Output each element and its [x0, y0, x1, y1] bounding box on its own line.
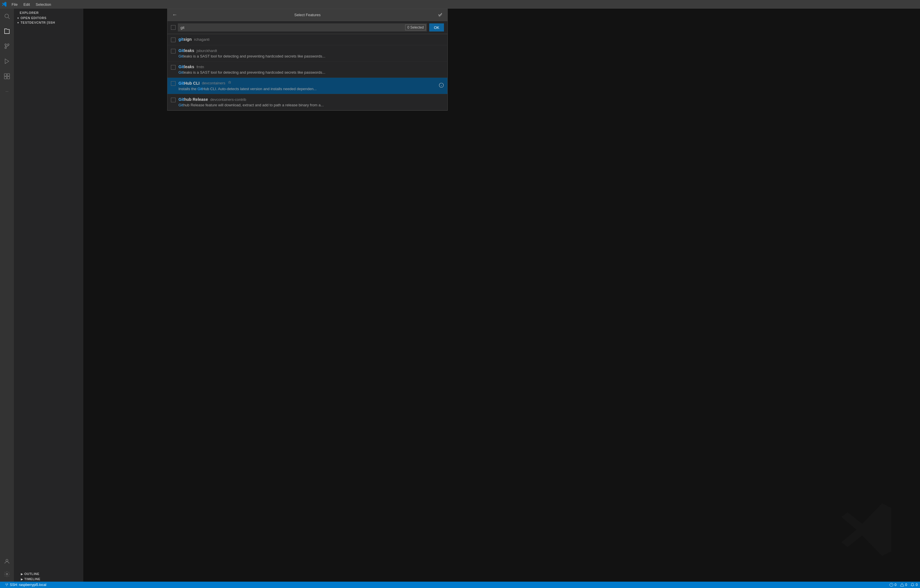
open-editors-section[interactable]: ▾ OPEN EDITORS: [14, 16, 83, 20]
svg-point-0: [5, 14, 9, 18]
menu-edit[interactable]: Edit: [21, 0, 33, 9]
sidebar: EXPLORER ▾ OPEN EDITORS ▾ TESTDEVCNTR [S…: [14, 9, 83, 582]
svg-point-4: [5, 44, 6, 46]
ok-button[interactable]: OK: [429, 23, 444, 31]
svg-rect-9: [4, 77, 6, 79]
back-button[interactable]: ←: [172, 12, 177, 18]
search-input-wrapper: 0 Selected: [178, 23, 427, 31]
github-cli-name-row: GitHub CLI devcontainers: [178, 81, 444, 86]
extensions-activity-icon[interactable]: [2, 71, 12, 81]
github-release-name-row: Github Release devcontainers-contrib: [178, 97, 444, 102]
open-editors-chevron: ▾: [17, 16, 19, 19]
ssh-label: SSH: raspberrypi5.local: [10, 583, 46, 587]
github-release-content: Github Release devcontainers-contrib Git…: [178, 97, 444, 107]
search-activity-icon[interactable]: [2, 11, 12, 21]
svg-rect-8: [7, 74, 10, 76]
github-cli-content: GitHub CLI devcontainers Ins: [178, 81, 444, 91]
svg-line-1: [8, 17, 10, 19]
gitleaks-jsburckhardt-name: Gitleaks: [178, 48, 194, 53]
github-cli-verified-icon: [228, 81, 232, 86]
gitsign-name-row: gitsign rchaganti: [178, 37, 444, 42]
search-bar: 0 Selected OK: [167, 21, 447, 34]
outline-section[interactable]: ▶ OUTLINE: [14, 571, 83, 577]
more-activity-icon[interactable]: ···: [2, 86, 12, 97]
testdevcntr-section[interactable]: ▾ TESTDEVCNTR [SSH: [14, 20, 83, 25]
github-cli-info-icon[interactable]: [439, 82, 444, 89]
check-all-icon[interactable]: [437, 12, 443, 18]
panel-title: Select Features: [181, 13, 434, 17]
warnings-value: 0: [905, 583, 907, 587]
gitleaks-frntn-author: frntn: [197, 65, 204, 69]
explorer-activity-icon[interactable]: [2, 26, 12, 36]
svg-rect-10: [7, 77, 10, 79]
selected-badge: 0 Selected: [405, 24, 426, 30]
select-features-panel: ← Select Features 0 Select: [167, 9, 448, 111]
testdevcntr-label: TESTDEVCNTR [SSH: [21, 21, 55, 24]
panel-header: ← Select Features: [167, 9, 447, 21]
svg-point-2: [5, 47, 6, 49]
gitsign-content: gitsign rchaganti: [178, 37, 444, 42]
timeline-label: TIMELINE: [24, 577, 40, 581]
gitleaks-frntn-content: Gitleaks frntn Gitleaks is a SAST tool f…: [178, 65, 444, 74]
main-content: ← Select Features 0 Select: [83, 9, 920, 582]
gitleaks-frntn-name: Gitleaks: [178, 65, 194, 69]
svg-point-3: [8, 44, 9, 46]
feature-item-github-cli[interactable]: GitHub CLI devcontainers Ins: [167, 78, 447, 94]
github-release-checkbox[interactable]: [171, 98, 175, 102]
gitsign-checkbox[interactable]: [171, 37, 175, 42]
modal-overlay: ← Select Features 0 Select: [83, 9, 920, 582]
open-editors-label: OPEN EDITORS: [21, 16, 47, 19]
search-input[interactable]: [178, 23, 427, 31]
explorer-title: EXPLORER: [14, 9, 83, 16]
feature-item-gitleaks-frntn[interactable]: Gitleaks frntn Gitleaks is a SAST tool f…: [167, 61, 447, 78]
github-release-name: Github Release: [178, 97, 208, 102]
status-bar-right: 0 0 0: [889, 583, 918, 587]
gitleaks-jsburckhardt-author: jsburckhardt: [197, 48, 217, 53]
gitsign-name: gitsign: [178, 37, 192, 42]
svg-rect-7: [4, 74, 6, 76]
github-cli-checkbox[interactable]: [171, 81, 175, 86]
gitleaks-jsburckhardt-name-row: Gitleaks jsburckhardt: [178, 48, 444, 53]
status-bar: SSH: raspberrypi5.local 0 0 0: [0, 582, 920, 588]
notifications-count[interactable]: 0: [910, 583, 918, 587]
status-bar-ssh[interactable]: SSH: raspberrypi5.local: [2, 583, 49, 587]
settings-activity-icon[interactable]: [2, 569, 12, 579]
menu-selection[interactable]: Selection: [33, 0, 54, 9]
account-activity-icon[interactable]: [2, 556, 12, 567]
gitleaks-frntn-checkbox[interactable]: [171, 65, 175, 69]
vscode-logo: [0, 0, 9, 9]
github-cli-desc: Installs the GitHub CLI. Auto-detects la…: [178, 87, 444, 91]
svg-point-12: [6, 573, 8, 575]
errors-value: 0: [894, 583, 897, 587]
gitleaks-frntn-desc: Gitleaks is a SAST tool for detecting an…: [178, 70, 444, 74]
select-all-checkbox[interactable]: [171, 25, 175, 30]
github-cli-author: devcontainers: [202, 81, 225, 85]
svg-marker-6: [5, 59, 9, 64]
warnings-count[interactable]: 0: [900, 583, 907, 587]
gitleaks-frntn-name-row: Gitleaks frntn: [178, 65, 444, 69]
run-activity-icon[interactable]: [2, 56, 12, 66]
timeline-section[interactable]: ▶ TIMELINE: [14, 577, 83, 582]
outline-chevron: ▶: [21, 572, 23, 575]
source-control-activity-icon[interactable]: [2, 41, 12, 52]
gitleaks-jsburckhardt-checkbox[interactable]: [171, 49, 175, 53]
gitleaks-jsburckhardt-content: Gitleaks jsburckhardt Gitleaks is a SAST…: [178, 48, 444, 58]
errors-count[interactable]: 0: [889, 583, 897, 587]
feature-list: gitsign rchaganti Gitleaks: [167, 34, 447, 110]
menu-bar: File Edit Selection: [0, 0, 920, 9]
testdevcntr-chevron: ▾: [17, 21, 19, 24]
outline-label: OUTLINE: [24, 572, 39, 575]
timeline-chevron: ▶: [21, 578, 23, 581]
feature-item-gitsign[interactable]: gitsign rchaganti: [167, 34, 447, 45]
activity-bar: ···: [0, 9, 14, 582]
gitsign-author: rchaganti: [194, 37, 209, 42]
github-release-author: devcontainers-contrib: [210, 97, 246, 102]
menu-file[interactable]: File: [9, 0, 21, 9]
feature-item-github-release[interactable]: Github Release devcontainers-contrib Git…: [167, 94, 447, 110]
feature-item-gitleaks-jsburckhardt[interactable]: Gitleaks jsburckhardt Gitleaks is a SAST…: [167, 45, 447, 61]
svg-point-11: [6, 559, 8, 561]
notifications-value: 0: [916, 583, 918, 587]
gitleaks-jsburckhardt-desc: Gitleaks is a SAST tool for detecting an…: [178, 54, 444, 58]
github-release-desc: Github Release feature will download, ex…: [178, 103, 444, 107]
github-cli-name: GitHub CLI: [178, 81, 199, 86]
